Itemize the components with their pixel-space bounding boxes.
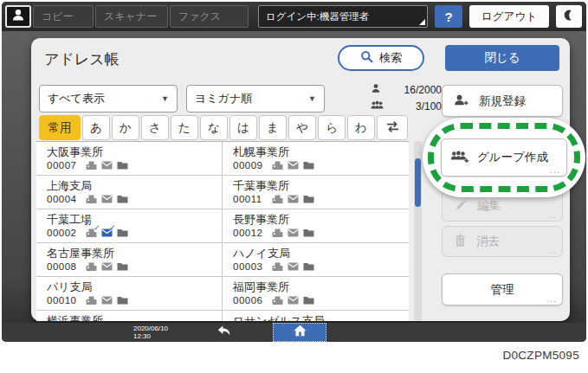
folder-dest-icon — [303, 228, 314, 237]
address-entry[interactable]: 上海支局 00004 — [36, 176, 223, 209]
index-tab-ha[interactable]: は — [229, 115, 257, 140]
system-bar: 2020/06/10 12:30 — [2, 323, 586, 342]
login-status-button[interactable]: ログイン中:機器管理者 — [258, 5, 428, 28]
page-title: アドレス帳 — [44, 49, 120, 69]
display-filter-value: すべて表示 — [48, 91, 105, 106]
address-entry[interactable]: 福岡事業所 00006 — [223, 277, 409, 310]
table-row: 上海支局 00004 千葉事業所 00011 — [36, 176, 409, 209]
fax-dest-icon — [272, 228, 283, 238]
new-registration-label: 新規登録 — [479, 93, 526, 109]
index-tab-sa[interactable]: さ — [141, 115, 169, 140]
chevron-down-icon: ▼ — [308, 94, 316, 103]
list-scrollbar[interactable] — [414, 141, 422, 321]
email-dest-icon — [101, 161, 113, 170]
table-row: 名古屋事業所 00008 ハノイ支局 00003 — [36, 243, 409, 277]
address-entry[interactable]: 横浜事業所 — [36, 311, 223, 321]
table-row: 横浜事業所 ロサンゼルス支局 — [36, 311, 409, 321]
home-icon — [293, 324, 307, 341]
index-tab-a[interactable]: あ — [82, 115, 110, 140]
email-dest-icon — [101, 296, 113, 305]
index-tab-ya[interactable]: や — [288, 115, 316, 140]
user-icon — [11, 8, 25, 25]
logout-button[interactable]: ログアウト — [469, 5, 549, 28]
folder-dest-icon — [117, 262, 128, 271]
fax-dest-icon — [86, 228, 97, 238]
content-area: アドレス帳 検索 閉じる すべて表示 ▼ ヨミガナ順 ▼ — [2, 31, 586, 323]
tab-scanner[interactable]: スキャナー — [95, 5, 168, 28]
screenshot-root: コピー スキャナー ファクス ログイン中:機器管理者 ? ログアウト アドレス帳 — [0, 0, 588, 373]
fax-dest-icon — [272, 161, 283, 170]
index-tab-ta[interactable]: た — [171, 115, 198, 140]
scrollbar-thumb[interactable] — [415, 158, 421, 207]
folder-dest-icon — [117, 161, 128, 170]
energy-saver-button[interactable] — [556, 5, 582, 28]
user-button[interactable] — [5, 5, 31, 28]
fax-dest-icon — [272, 262, 283, 272]
figure-label: D0CZPM5095 — [502, 349, 579, 362]
pencil-icon — [454, 198, 468, 215]
help-button[interactable]: ? — [435, 5, 462, 28]
address-entry[interactable]: 長野事業所 00012 — [223, 209, 409, 242]
more-dots: ... — [546, 293, 557, 304]
folder-dest-icon — [117, 195, 128, 203]
chevron-down-icon: ▼ — [161, 94, 169, 103]
email-dest-icon — [288, 195, 299, 203]
email-dest-icon — [101, 262, 113, 271]
fax-dest-icon — [86, 161, 97, 170]
tab-copy[interactable]: コピー — [33, 5, 94, 28]
fax-dest-icon — [272, 296, 283, 305]
display-filter-dropdown[interactable]: すべて表示 ▼ — [39, 85, 178, 113]
address-entry[interactable]: ハノイ支局 00003 — [223, 243, 409, 276]
home-button[interactable] — [273, 323, 326, 342]
create-group-button[interactable]: グループ作成 ... — [441, 138, 567, 177]
time-value: 12:30 — [133, 332, 168, 340]
address-entry[interactable]: 札幌事業所 00009 — [223, 142, 409, 175]
index-tab-ra[interactable]: ら — [318, 115, 346, 140]
address-entry[interactable]: 千葉工場 00002 — [36, 209, 223, 242]
index-tab-na[interactable]: な — [200, 115, 228, 140]
delete-button: 消去 ... — [442, 226, 563, 257]
corner-fold-icon — [419, 19, 425, 25]
index-tab-wa[interactable]: わ — [347, 115, 375, 140]
top-bar: コピー スキャナー ファクス ログイン中:機器管理者 ? ログアウト — [2, 2, 586, 31]
annotation-highlight: グループ作成 ... — [423, 118, 585, 197]
search-button[interactable]: 検索 — [338, 45, 424, 71]
search-label: 検索 — [379, 50, 402, 66]
email-dest-icon — [288, 262, 299, 271]
index-switch-tab[interactable] — [377, 115, 408, 140]
address-entry[interactable]: 千葉事業所 00011 — [223, 176, 409, 209]
email-dest-icon — [101, 195, 113, 203]
folder-dest-icon — [117, 296, 128, 305]
switch-arrows-icon — [385, 120, 400, 136]
table-row: パリ支局 00010 福岡事業所 00006 — [36, 277, 409, 311]
new-registration-button[interactable]: 新規登録 — [442, 85, 563, 117]
date-value: 2020/06/10 — [133, 325, 168, 332]
trash-icon — [454, 234, 467, 250]
search-icon — [360, 50, 373, 66]
manage-button[interactable]: 管理 ... — [442, 273, 563, 305]
index-tab-frequent[interactable]: 常用 — [39, 115, 81, 140]
address-entry[interactable]: パリ支局 00010 — [36, 277, 223, 310]
address-entry[interactable]: 名古屋事業所 00008 — [36, 243, 223, 276]
fax-dest-icon — [86, 296, 97, 305]
edit-label: 編集 — [477, 198, 501, 214]
address-entry[interactable]: 大阪事業所 00007 — [36, 142, 223, 175]
create-group-label: グループ作成 — [477, 150, 548, 165]
tab-fax[interactable]: ファクス — [170, 5, 249, 28]
single-user-icon — [371, 83, 381, 96]
index-tab-ma[interactable]: ま — [259, 115, 287, 140]
fax-dest-icon — [86, 262, 97, 272]
folder-dest-icon — [303, 296, 314, 305]
back-button[interactable] — [210, 324, 239, 341]
manage-label: 管理 — [491, 282, 514, 298]
folder-dest-icon — [117, 228, 128, 237]
more-dots: ... — [550, 164, 560, 175]
group-count-line: 3/100 — [371, 98, 442, 114]
email-dest-icon — [288, 228, 299, 237]
address-entry[interactable]: ロサンゼルス支局 — [223, 311, 409, 321]
sort-order-dropdown[interactable]: ヨミガナ順 ▼ — [186, 85, 325, 113]
add-user-icon — [454, 93, 469, 109]
email-dest-icon — [101, 228, 113, 237]
index-tab-ka[interactable]: か — [112, 115, 139, 140]
delete-label: 消去 — [476, 234, 500, 249]
